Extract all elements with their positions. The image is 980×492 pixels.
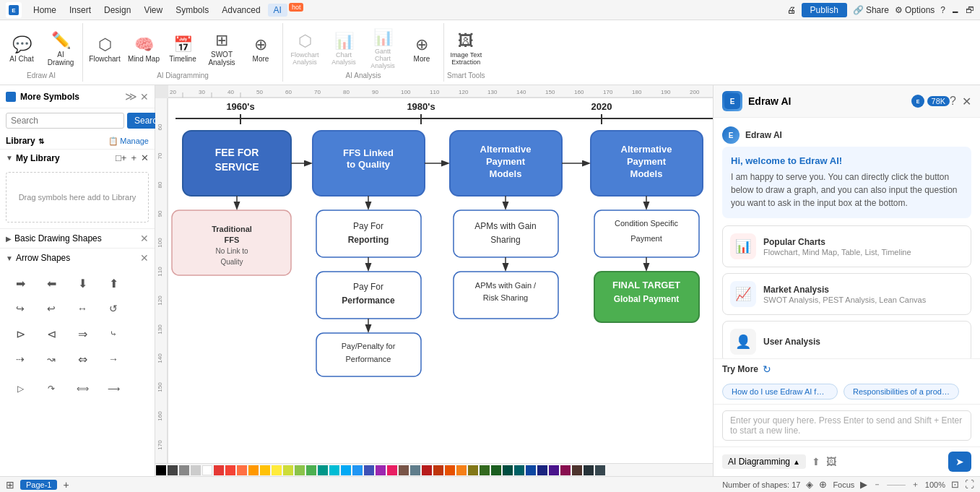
search-input[interactable] bbox=[6, 113, 124, 129]
zoom-fit-icon[interactable]: ⊡ bbox=[951, 479, 959, 490]
color-amber[interactable] bbox=[260, 465, 270, 475]
arrow-double[interactable]: ↔ bbox=[68, 297, 97, 320]
arrow-notched-left[interactable]: ⊲ bbox=[37, 322, 66, 345]
focus-label[interactable]: Focus bbox=[833, 480, 854, 489]
add-folder-icon[interactable]: + bbox=[131, 152, 136, 163]
tool-more-analysis[interactable]: ⊕ More bbox=[403, 29, 441, 71]
status-grid-icon[interactable]: ⊞ bbox=[6, 479, 14, 491]
tool-ai-drawing[interactable]: ✏️ AI Drawing bbox=[42, 29, 79, 71]
menu-home[interactable]: Home bbox=[27, 4, 62, 17]
color-light-blue[interactable] bbox=[341, 465, 351, 475]
arrow-thick-right[interactable]: ⇒ bbox=[68, 322, 97, 345]
tool-flowchart[interactable]: ⬡ Flowchart bbox=[86, 29, 123, 71]
basic-shapes-header[interactable]: ▶ Basic Drawing Shapes ✕ bbox=[0, 229, 155, 248]
color-blue-gray2[interactable] bbox=[584, 465, 594, 475]
arrow-thin[interactable]: → bbox=[99, 348, 128, 371]
add-library-icon[interactable]: □+ bbox=[116, 152, 126, 163]
menu-view[interactable]: View bbox=[138, 4, 168, 17]
color-red2[interactable] bbox=[225, 465, 235, 475]
color-lime[interactable] bbox=[283, 465, 293, 475]
arrow-right-curved[interactable]: ↪ bbox=[6, 297, 35, 320]
arrow-rotate[interactable]: ↺ bbox=[99, 297, 128, 320]
arrow-shapes-close-icon[interactable]: ✕ bbox=[140, 252, 149, 264]
color-pink[interactable] bbox=[387, 465, 397, 475]
color-blue-gray[interactable] bbox=[410, 465, 420, 475]
ai-input-box[interactable]: Enter your query here. Press Enter to se… bbox=[722, 410, 971, 441]
tool-chart-analysis[interactable]: 📊 Chart Analysis bbox=[325, 29, 363, 71]
panel-close-icon[interactable]: ✕ bbox=[962, 95, 971, 108]
arrow-notched[interactable]: ⊳ bbox=[6, 322, 35, 345]
color-blue[interactable] bbox=[352, 465, 363, 475]
page-tab-active[interactable]: Page-1 bbox=[20, 480, 57, 490]
color-gray[interactable] bbox=[179, 465, 189, 475]
tool-swot[interactable]: ⊞ SWOT Analysis bbox=[203, 29, 240, 71]
color-indigo2[interactable] bbox=[537, 465, 547, 475]
help-button[interactable]: ? bbox=[940, 5, 945, 15]
color-indigo[interactable] bbox=[364, 465, 374, 475]
try-more-refresh-icon[interactable]: ↻ bbox=[763, 363, 771, 375]
color-orange[interactable] bbox=[248, 465, 259, 475]
panel-close-icon[interactable]: ✕ bbox=[140, 91, 149, 103]
arrow-curved-down[interactable]: ↷ bbox=[37, 377, 66, 400]
arrow-dashed[interactable]: ⇢ bbox=[6, 348, 35, 371]
basic-shapes-close-icon[interactable]: ✕ bbox=[140, 233, 149, 244]
color-light-gray[interactable] bbox=[191, 465, 201, 475]
arrow-right-plain[interactable]: ⟶ bbox=[99, 377, 128, 400]
menu-advanced[interactable]: Advanced bbox=[216, 4, 266, 17]
color-green3[interactable] bbox=[491, 465, 501, 475]
arrow-double-head[interactable]: ⇔ bbox=[68, 348, 97, 371]
color-purple2[interactable] bbox=[549, 465, 559, 475]
tool-more-diagramming[interactable]: ⊕ More bbox=[242, 29, 279, 71]
tool-ai-chat[interactable]: 💬 AI Chat bbox=[3, 29, 40, 71]
ai-mode-select[interactable]: AI Diagramming ▲ bbox=[722, 454, 806, 469]
color-amber2[interactable] bbox=[456, 465, 467, 475]
menu-ai[interactable]: AI bbox=[268, 4, 287, 17]
color-teal2[interactable] bbox=[503, 465, 513, 475]
arrow-down-shape[interactable]: ⬇ bbox=[68, 272, 97, 295]
color-dark-red[interactable] bbox=[422, 465, 432, 475]
color-teal[interactable] bbox=[318, 465, 328, 475]
zoom-percent[interactable]: 100% bbox=[925, 480, 945, 489]
arrow-left-shape[interactable]: ⬅ bbox=[37, 272, 66, 295]
canvas-content[interactable]: 1960's 1980's 2020 FEE FOR SERVICE Tradi… bbox=[168, 98, 713, 476]
arrow-wave[interactable]: ↝ bbox=[37, 348, 66, 371]
color-cyan[interactable] bbox=[329, 465, 339, 475]
arrow-double-left-right[interactable]: ⟺ bbox=[68, 377, 97, 400]
fullscreen-icon[interactable]: ⛶ bbox=[965, 479, 974, 490]
color-purple[interactable] bbox=[376, 465, 386, 475]
share-button[interactable]: 🔗 Share bbox=[853, 5, 889, 15]
arrow-right-shape[interactable]: ➡ bbox=[6, 272, 35, 295]
close-library-icon[interactable]: ✕ bbox=[141, 152, 149, 163]
arrow-shapes-header[interactable]: ▼ Arrow Shapes ✕ bbox=[0, 249, 155, 267]
zoom-plus[interactable]: ＋ bbox=[911, 479, 919, 490]
color-yellow[interactable] bbox=[272, 465, 282, 475]
canvas-area[interactable]: 20 30 40 50 60 70 80 90 100 110 120 130 … bbox=[155, 85, 713, 476]
color-red[interactable] bbox=[214, 465, 224, 475]
ai-option-popular-charts[interactable]: 📊 Popular Charts Flowchart, Mind Map, Ta… bbox=[722, 225, 971, 267]
options-button[interactable]: ⚙ Options bbox=[895, 5, 935, 15]
my-library-collapse-icon[interactable]: ▼ bbox=[6, 154, 13, 162]
ai-send-button[interactable]: ➤ bbox=[948, 452, 971, 472]
color-lime2[interactable] bbox=[468, 465, 478, 475]
color-cyan2[interactable] bbox=[514, 465, 524, 475]
color-white[interactable] bbox=[202, 465, 212, 475]
ai-option-market-analysis[interactable]: 📈 Market Analysis SWOT Analysis, PEST An… bbox=[722, 273, 971, 315]
menu-design[interactable]: Design bbox=[98, 4, 136, 17]
panel-expand-icon[interactable]: ≫ bbox=[125, 90, 137, 103]
color-brown[interactable] bbox=[399, 465, 409, 475]
color-brown2[interactable] bbox=[572, 465, 582, 475]
tool-gantt-analysis[interactable]: 📊 Gantt Chart Analysis bbox=[364, 29, 402, 71]
ai-image-icon[interactable]: 🖼 bbox=[826, 456, 836, 467]
publish-button[interactable]: Publish bbox=[802, 3, 847, 17]
menu-symbols[interactable]: Symbols bbox=[170, 4, 214, 17]
color-light-green[interactable] bbox=[295, 465, 305, 475]
page-add-button[interactable]: + bbox=[63, 479, 69, 491]
menu-insert[interactable]: Insert bbox=[64, 4, 97, 17]
panel-help-icon[interactable]: ? bbox=[950, 95, 956, 108]
color-green[interactable] bbox=[306, 465, 316, 475]
color-pink2[interactable] bbox=[560, 465, 571, 475]
arrow-small-right[interactable]: ▷ bbox=[6, 377, 35, 400]
focus-play-icon[interactable]: ▶ bbox=[860, 479, 867, 490]
tool-mind-map[interactable]: 🧠 Mind Map bbox=[125, 29, 162, 71]
color-blue-gray3[interactable] bbox=[595, 465, 605, 475]
